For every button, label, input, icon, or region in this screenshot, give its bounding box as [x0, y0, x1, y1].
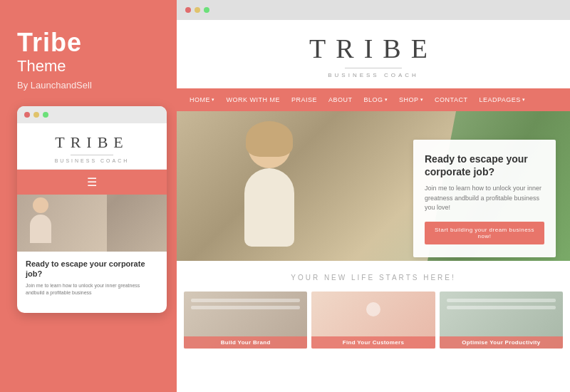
desktop-logo-sub: BUSINESS COACH: [184, 72, 563, 78]
nav-item-praise[interactable]: PRAISE: [286, 88, 323, 111]
hero-cta-button[interactable]: Start building your dream business now!: [425, 222, 544, 244]
dot-green: [43, 112, 48, 118]
section-title: YOUR NEW LIFE STARTS HERE!: [177, 274, 570, 282]
theme-title: Tribe: [17, 29, 160, 57]
mobile-logo-sub: BUSINESS COACH: [24, 158, 160, 163]
mobile-logo: TRIBE: [24, 133, 160, 152]
card-brand-label: Build Your Brand: [184, 336, 307, 349]
card-customers: Find Your Customers: [311, 292, 435, 349]
card-brand: Build Your Brand: [184, 292, 307, 349]
desktop-dot-yellow: [195, 7, 200, 13]
mobile-person-head: [33, 197, 48, 213]
nav-item-home[interactable]: HOME ▾: [184, 88, 221, 111]
nav-item-about[interactable]: ABOUT: [323, 88, 358, 111]
theme-author: By LaunchandSell: [17, 80, 160, 91]
desktop-dot-red: [185, 7, 191, 13]
nav-arrow-shop: ▾: [420, 97, 424, 103]
hero-cta-text: Join me to learn how to unlock your inne…: [425, 184, 544, 213]
desktop-browser-bar: [177, 0, 570, 20]
theme-subtitle: Theme: [17, 57, 160, 76]
nav-item-shop[interactable]: SHOP ▾: [393, 88, 429, 111]
mobile-logo-line: [71, 155, 113, 155]
mobile-person: [23, 195, 58, 252]
mobile-hamburger[interactable]: ☰: [17, 170, 167, 195]
nav-item-blog[interactable]: BLOG ▾: [358, 88, 394, 111]
nav-item-workwithme[interactable]: WORK WITH ME: [221, 88, 286, 111]
mobile-logo-area: TRIBE BUSINESS COACH: [17, 123, 167, 170]
left-panel: Tribe Theme By LaunchandSell TRIBE BUSIN…: [0, 0, 177, 392]
hero-person-body: [244, 168, 294, 247]
mobile-hero-image: [17, 195, 167, 252]
card-customers-label: Find Your Customers: [311, 336, 435, 349]
dot-red: [24, 112, 30, 118]
desktop-hero: Ready to escape your corporate job? Join…: [177, 111, 570, 261]
cards-row: Build Your Brand Find Your Customers Opt…: [177, 292, 570, 349]
desktop-logo-line: [345, 68, 402, 68]
mobile-body-text: Join me to learn how to unlock your inne…: [26, 282, 158, 296]
deco-line-1: [191, 299, 300, 302]
desktop-dot-green: [204, 7, 209, 13]
right-panel: TRIBE BUSINESS COACH HOME ▾ WORK WITH ME…: [177, 0, 570, 392]
mobile-browser-bar: [17, 106, 167, 123]
deco-circle: [366, 302, 380, 316]
deco-line-4: [447, 306, 556, 309]
mobile-headline: Ready to escape your corporate job?: [26, 259, 158, 279]
hero-cta-box: Ready to escape your corporate job? Join…: [413, 140, 556, 257]
card-customers-deco: [311, 292, 435, 327]
mobile-person-body: [30, 215, 51, 243]
section-below: YOUR NEW LIFE STARTS HERE! Build Your Br…: [177, 261, 570, 357]
nav-item-contact[interactable]: CONTACT: [429, 88, 473, 111]
dot-yellow: [33, 112, 39, 118]
desktop-logo-area: TRIBE BUSINESS COACH: [177, 20, 570, 88]
hero-cta-title: Ready to escape your corporate job?: [425, 153, 544, 178]
deco-line-2: [191, 306, 300, 309]
mobile-preview: TRIBE BUSINESS COACH ☰ Ready to escape y…: [17, 106, 167, 313]
nav-arrow-home: ▾: [212, 97, 215, 103]
card-productivity: Optimise Your Productivity: [440, 292, 563, 349]
desktop-site: TRIBE BUSINESS COACH HOME ▾ WORK WITH ME…: [177, 20, 570, 388]
card-productivity-deco: [440, 292, 563, 320]
nav-item-leadpages[interactable]: LEADPAGES ▾: [473, 88, 531, 111]
mobile-content: Ready to escape your corporate job? Join…: [17, 252, 167, 304]
hero-person-hair: [246, 121, 293, 157]
desktop-nav: HOME ▾ WORK WITH ME PRAISE ABOUT BLOG ▾ …: [177, 88, 570, 111]
hero-person: [198, 111, 341, 261]
card-productivity-label: Optimise Your Productivity: [440, 336, 563, 349]
nav-arrow-leadpages: ▾: [522, 97, 526, 103]
deco-line-3: [447, 299, 556, 302]
desktop-logo: TRIBE: [184, 33, 563, 64]
card-brand-deco: [184, 292, 307, 320]
nav-arrow-blog: ▾: [385, 97, 388, 103]
